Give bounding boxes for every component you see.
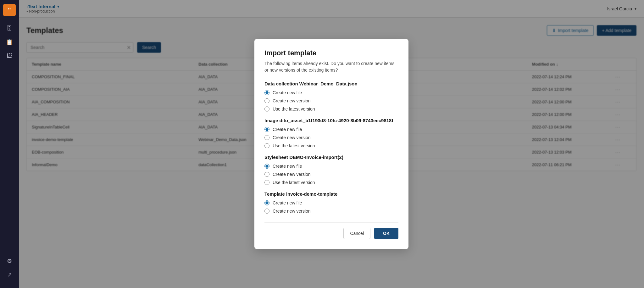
modal-section-image: Image dito_asset_b1f193d8-10fc-4920-8b09…	[264, 118, 398, 148]
create-new-file-radio-1[interactable]	[264, 90, 269, 95]
export-icon[interactable]: ↗	[4, 269, 15, 280]
section-title-1: Data collection Webinar_Demo_Data.json	[264, 81, 398, 86]
radio-option[interactable]: Create new version	[264, 172, 398, 177]
create-new-file-radio-3[interactable]	[264, 164, 269, 169]
sidebar: " 🗄 📋 🖼 ⚙ ↗	[0, 0, 19, 288]
create-new-version-radio-4[interactable]	[264, 209, 269, 214]
section-title-2: Image dito_asset_b1f193d8-10fc-4920-8b09…	[264, 118, 398, 123]
image-icon[interactable]: 🖼	[4, 50, 15, 62]
modal-footer: Cancel OK	[264, 222, 398, 239]
modal-section-stylesheet: Stylesheet DEMO-Invoice-import(2) Create…	[264, 155, 398, 185]
create-new-version-radio-1[interactable]	[264, 98, 269, 103]
section-title-4: Template invoice-demo-template	[264, 191, 398, 197]
use-latest-version-radio-2[interactable]	[264, 143, 269, 148]
create-new-version-radio-2[interactable]	[264, 135, 269, 140]
modal-overlay: Import template The following items alre…	[19, 0, 644, 288]
radio-option[interactable]: Create new version	[264, 209, 398, 214]
modal-section-template: Template invoice-demo-template Create ne…	[264, 191, 398, 214]
use-latest-version-radio-1[interactable]	[264, 106, 269, 111]
radio-option[interactable]: Create new version	[264, 135, 398, 140]
radio-option[interactable]: Create new version	[264, 98, 398, 103]
modal-title: Import template	[264, 49, 398, 57]
radio-option[interactable]: Use the latest version	[264, 143, 398, 148]
import-template-modal: Import template The following items alre…	[254, 39, 408, 249]
create-new-file-radio-4[interactable]	[264, 200, 269, 205]
modal-description: The following items already exist. Do yo…	[264, 60, 398, 73]
radio-option[interactable]: Create new file	[264, 90, 398, 95]
create-new-file-radio-2[interactable]	[264, 127, 269, 132]
main-content: iText Internal ▾ ▪ Non-production Israel…	[19, 0, 644, 288]
radio-option[interactable]: Use the latest version	[264, 106, 398, 111]
radio-option[interactable]: Create new file	[264, 127, 398, 132]
settings-icon[interactable]: ⚙	[4, 255, 15, 267]
radio-option[interactable]: Create new file	[264, 164, 398, 169]
cancel-button[interactable]: Cancel	[343, 228, 370, 239]
report-icon[interactable]: 📋	[4, 36, 15, 48]
app-logo: "	[3, 4, 16, 16]
database-icon[interactable]: 🗄	[4, 23, 15, 34]
use-latest-version-radio-3[interactable]	[264, 180, 269, 185]
radio-option[interactable]: Create new file	[264, 200, 398, 205]
create-new-version-radio-3[interactable]	[264, 172, 269, 177]
modal-section-data-collection: Data collection Webinar_Demo_Data.json C…	[264, 81, 398, 111]
section-title-3: Stylesheet DEMO-Invoice-import(2)	[264, 155, 398, 160]
ok-button[interactable]: OK	[374, 228, 398, 239]
radio-option[interactable]: Use the latest version	[264, 180, 398, 185]
